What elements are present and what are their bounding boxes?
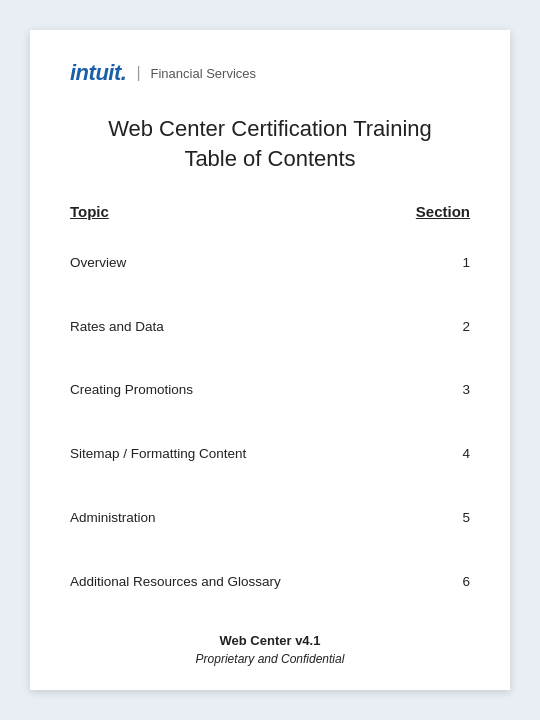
title-line2: Table of Contents [70, 144, 470, 174]
col-topic-header: Topic [70, 203, 390, 230]
toc-header-row: Topic Section [70, 203, 470, 230]
title-block: Web Center Certification Training Table … [70, 114, 470, 173]
brand-name: intuit. [70, 60, 126, 86]
logo-area: intuit. | Financial Services [70, 60, 470, 86]
footer-confidential: Proprietary and Confidential [70, 652, 470, 666]
row-topic: Creating Promotions [70, 358, 390, 422]
row-section: 6 [390, 549, 470, 613]
table-row: Creating Promotions3 [70, 358, 470, 422]
row-section: 4 [390, 422, 470, 486]
table-row: Rates and Data2 [70, 294, 470, 358]
page: intuit. | Financial Services Web Center … [30, 30, 510, 690]
row-topic: Overview [70, 230, 390, 294]
col-section-header: Section [390, 203, 470, 230]
table-row: Overview1 [70, 230, 470, 294]
row-topic: Additional Resources and Glossary [70, 549, 390, 613]
row-topic: Sitemap / Formatting Content [70, 422, 390, 486]
financial-services-text: Financial Services [151, 66, 257, 81]
table-row: Administration5 [70, 485, 470, 549]
table-row: Additional Resources and Glossary6 [70, 549, 470, 613]
row-section: 1 [390, 230, 470, 294]
main-title: Web Center Certification Training Table … [70, 114, 470, 173]
row-topic: Rates and Data [70, 294, 390, 358]
row-section: 5 [390, 485, 470, 549]
row-section: 2 [390, 294, 470, 358]
logo-separator: | [136, 64, 140, 82]
intuit-logo: intuit. | Financial Services [70, 60, 470, 86]
footer-version: Web Center v4.1 [70, 633, 470, 648]
title-line1: Web Center Certification Training [70, 114, 470, 144]
table-row: Sitemap / Formatting Content4 [70, 422, 470, 486]
footer: Web Center v4.1 Proprietary and Confiden… [70, 613, 470, 666]
toc-tbody: Overview1Rates and Data2Creating Promoti… [70, 230, 470, 613]
row-topic: Administration [70, 485, 390, 549]
row-section: 3 [390, 358, 470, 422]
toc-table: Topic Section Overview1Rates and Data2Cr… [70, 203, 470, 613]
